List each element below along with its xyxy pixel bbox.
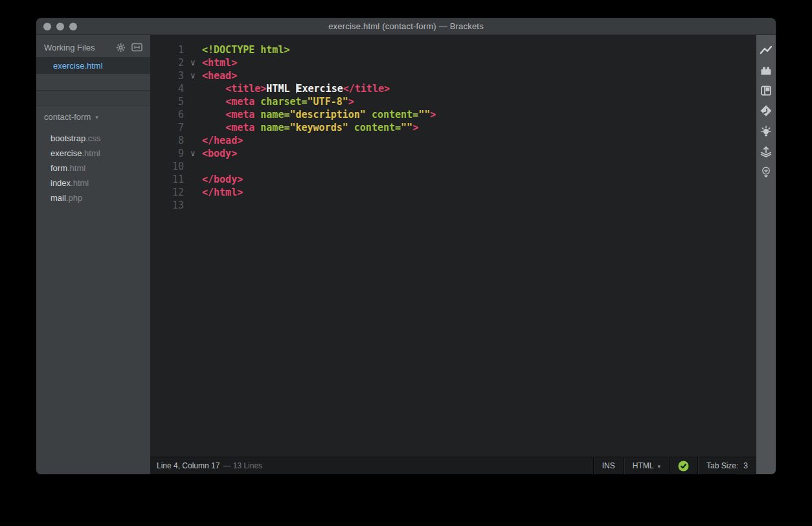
code-line: 13 <box>150 199 756 212</box>
fold-gutter <box>184 121 202 134</box>
fold-arrow-icon[interactable]: ∨ <box>184 56 202 69</box>
line-number: 5 <box>150 95 184 108</box>
fold-gutter <box>184 43 202 56</box>
code-editor[interactable]: 1<!DOCTYPE html>2∨<html>3∨<head>4 <title… <box>150 35 756 457</box>
file-extension: .html <box>67 163 85 173</box>
code-lines: 1<!DOCTYPE html>2∨<html>3∨<head>4 <title… <box>150 43 756 212</box>
line-number: 13 <box>150 199 184 212</box>
fold-gutter <box>184 160 202 173</box>
code-line: 9∨<body> <box>150 147 756 160</box>
zoom-button[interactable] <box>69 23 77 30</box>
chevron-down-icon: ▾ <box>657 463 660 470</box>
code-line: 3∨<head> <box>150 69 756 82</box>
line-number: 7 <box>150 121 184 134</box>
file-extension: .html <box>71 178 89 188</box>
fold-gutter <box>184 95 202 108</box>
code-text: <meta name="description" content=""> <box>202 108 436 121</box>
code-text: </body> <box>202 173 243 186</box>
lint-status-indicator[interactable] <box>669 457 697 474</box>
line-number: 1 <box>150 43 184 56</box>
code-line: 2∨<html> <box>150 56 756 69</box>
minimize-button[interactable] <box>56 23 64 30</box>
code-line: 1<!DOCTYPE html> <box>150 43 756 56</box>
tab-size-setting[interactable]: Tab Size: 3 <box>697 457 756 474</box>
split-view-toggle-icon[interactable] <box>131 43 142 52</box>
project-file-list: bootstrap.cssexercise.htmlform.htmlindex… <box>36 131 150 205</box>
line-number: 4 <box>150 82 184 95</box>
project-dropdown[interactable]: contact-form ▾ <box>36 108 150 126</box>
line-number: 9 <box>150 147 184 160</box>
title-bar: exercise.html (contact-form) — Brackets <box>36 18 776 35</box>
fold-gutter <box>184 186 202 199</box>
code-text: <title>HTML Exercise</title> <box>202 82 390 95</box>
code-text: <meta name="keywords" content=""> <box>202 121 418 134</box>
file-basename: form <box>51 163 67 173</box>
cursor-position: Line 4, Column 17 <box>157 461 220 470</box>
line-number: 2 <box>150 56 184 69</box>
project-name: contact-form <box>44 112 91 122</box>
working-file-item[interactable]: exercise.html <box>36 57 150 74</box>
language-selector[interactable]: HTML ▾ <box>624 457 669 474</box>
sidebar: Working Files <box>36 35 150 474</box>
code-line: 8</head> <box>150 134 756 147</box>
layers-upload-icon[interactable] <box>760 144 773 157</box>
file-extension: .php <box>66 193 82 203</box>
code-line: 4 <title>HTML Exercise</title> <box>150 82 756 95</box>
chevron-down-icon: ▾ <box>95 114 98 120</box>
fold-gutter <box>184 173 202 186</box>
line-number: 8 <box>150 134 184 147</box>
code-text: </html> <box>202 186 243 199</box>
project-file-exercise[interactable]: exercise.html <box>36 146 150 161</box>
extension-manager-icon[interactable] <box>760 64 773 77</box>
git-icon[interactable] <box>760 104 773 117</box>
fold-gutter <box>184 134 202 147</box>
code-line: 11</body> <box>150 173 756 186</box>
window-title: exercise.html (contact-form) — Brackets <box>328 21 484 31</box>
line-number: 10 <box>150 160 184 173</box>
file-basename: mail <box>51 193 66 203</box>
working-files-header: Working Files <box>36 38 150 57</box>
check-circle-icon <box>678 461 689 472</box>
code-text: <head> <box>202 69 237 82</box>
project-file-bootstrap[interactable]: bootstrap.css <box>36 131 150 146</box>
file-extension: .html <box>82 148 100 158</box>
brackets-window: exercise.html (contact-form) — Brackets … <box>36 18 776 474</box>
line-number: 11 <box>150 173 184 186</box>
code-text: <!DOCTYPE html> <box>202 43 289 56</box>
code-line: 5 <meta charset="UTF-8"> <box>150 95 756 108</box>
working-files-label: Working Files <box>44 43 95 52</box>
line-number: 6 <box>150 108 184 121</box>
lightbulb-on-icon[interactable] <box>760 124 773 137</box>
fold-arrow-icon[interactable]: ∨ <box>184 69 202 82</box>
split-layout-icon[interactable] <box>760 84 773 97</box>
window-controls <box>43 18 77 35</box>
working-file-name: exercise.html <box>53 61 103 71</box>
settings-gear-icon[interactable] <box>116 43 126 52</box>
extension-toolbar <box>756 35 776 474</box>
fold-arrow-icon[interactable]: ∨ <box>184 147 202 160</box>
project-file-index[interactable]: index.html <box>36 176 150 190</box>
file-basename: bootstrap <box>51 133 85 143</box>
code-line: 12</html> <box>150 186 756 199</box>
lightbulb-outline-icon[interactable] <box>760 165 773 177</box>
code-line: 7 <meta name="keywords" content=""> <box>150 121 756 134</box>
status-bar: Line 4, Column 17 — 13 Lines INS HTML ▾ <box>150 457 756 474</box>
line-number: 3 <box>150 69 184 82</box>
sidebar-divider <box>36 91 150 106</box>
code-text: <html> <box>202 56 237 69</box>
fold-gutter <box>184 199 202 212</box>
file-extension: .css <box>85 133 100 143</box>
file-basename: index <box>51 178 71 188</box>
live-preview-icon[interactable] <box>760 44 773 57</box>
close-button[interactable] <box>43 23 51 30</box>
code-text: <body> <box>202 147 237 160</box>
line-count: — 13 Lines <box>223 461 262 470</box>
project-file-form[interactable]: form.html <box>36 161 150 176</box>
insert-mode-toggle[interactable]: INS <box>593 457 624 474</box>
code-line: 10 <box>150 160 756 173</box>
project-file-mail[interactable]: mail.php <box>36 190 150 205</box>
fold-gutter <box>184 82 202 95</box>
code-text: </head> <box>202 134 243 147</box>
file-basename: exercise <box>51 148 82 158</box>
code-text: <meta charset="UTF-8"> <box>202 95 354 108</box>
